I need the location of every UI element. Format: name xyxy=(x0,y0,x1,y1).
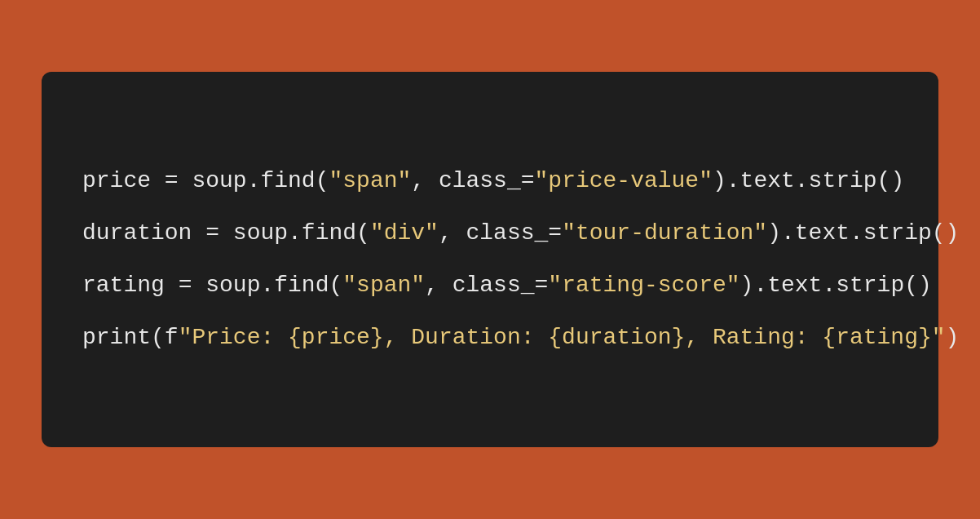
comma-2: , class_= xyxy=(439,220,562,246)
comma-3: , class_= xyxy=(425,273,548,298)
var-rating: rating xyxy=(82,273,165,298)
var-price: price xyxy=(82,168,151,193)
code-line-4: print(f"Price: {price}, Duration: {durat… xyxy=(82,312,898,364)
str-div: "div" xyxy=(370,220,439,246)
comma-1: , class_= xyxy=(411,168,534,193)
code-line-1: price = soup.find("span", class_="price-… xyxy=(82,155,898,207)
close-paren: ) xyxy=(946,325,960,350)
chain-2: ).text.strip() xyxy=(767,220,959,246)
fn-soup-3: soup.find( xyxy=(205,273,342,298)
fn-soup-1: soup.find( xyxy=(192,168,329,193)
str-class-3: "rating-score" xyxy=(548,273,739,298)
code-line-2: duration = soup.find("div", class_="tour… xyxy=(82,207,898,260)
code-block: price = soup.find("span", class_="price-… xyxy=(42,72,938,447)
fn-soup-2: soup.find( xyxy=(233,220,370,246)
op-eq-2: = xyxy=(192,220,232,246)
str-span-2: "span" xyxy=(342,273,425,298)
code-line-3: rating = soup.find("span", class_="ratin… xyxy=(82,260,898,312)
str-class-1: "price-value" xyxy=(535,168,713,193)
str-fstring: "Price: {price}, Duration: {duration}, R… xyxy=(179,325,946,350)
var-duration: duration xyxy=(82,220,192,246)
chain-3: ).text.strip() xyxy=(740,273,932,298)
fn-print: print(f xyxy=(82,325,179,350)
str-span-1: "span" xyxy=(329,168,411,193)
op-eq-1: = xyxy=(151,168,192,193)
chain-1: ).text.strip() xyxy=(713,168,904,193)
str-class-2: "tour-duration" xyxy=(562,220,767,246)
op-eq-3: = xyxy=(165,273,205,298)
